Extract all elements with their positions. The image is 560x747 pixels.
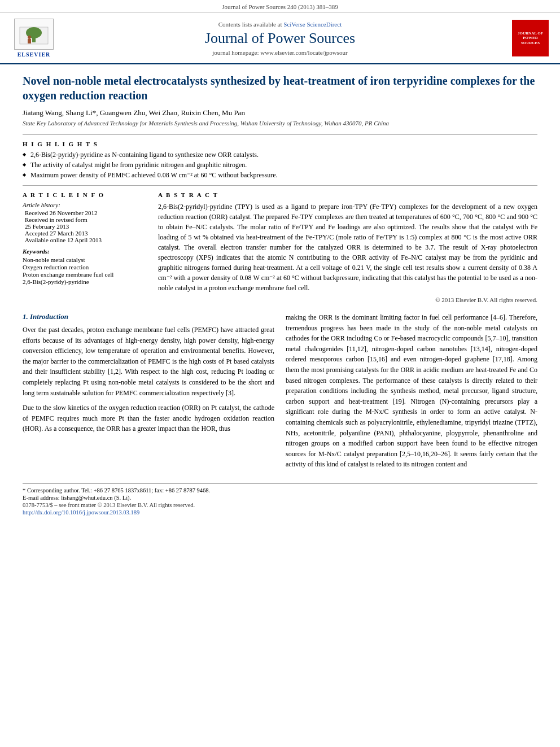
journal-center-header: Contents lists available at SciVerse Sci… (56, 21, 504, 56)
article-title: Novel non-noble metal electrocatalysts s… (23, 73, 537, 103)
body-left-col: 1. Introduction Over the past decades, p… (23, 312, 274, 474)
keyword-1: Non-noble metal catalyst (23, 256, 147, 263)
sciverse-text: Contents lists available at (218, 21, 282, 28)
journal-header: ELSEVIER Contents lists available at Sci… (0, 13, 560, 64)
history-label: Article history: (23, 202, 147, 208)
svg-point-3 (28, 36, 31, 39)
available-value: Available online 12 April 2013 (25, 237, 147, 243)
revised-date: 25 February 2013 (25, 223, 147, 230)
article-info-label: A R T I C L E I N F O (23, 191, 147, 198)
revised-label: Received in revised form (25, 216, 147, 223)
email-address: E-mail address: lishang@whut.edu.cn (S. … (23, 495, 537, 501)
introduction-heading: 1. Introduction (23, 312, 274, 321)
elsevier-logo-box (14, 19, 54, 50)
intro-para-right-1: making the ORR is the dominant limiting … (286, 312, 537, 470)
abstract-col: A B S T R A C T 2,6-Bis(2-pyridyl)-pyrid… (158, 191, 537, 303)
highlight-item-1: 2,6-Bis(2-pyridy)-pyridine as N-containi… (23, 151, 537, 159)
right-logo-text: JOURNAL OF POWER SOURCES (514, 31, 546, 45)
intro-para-1: Over the past decades, proton exchange m… (23, 325, 274, 398)
abstract-label: A B S T R A C T (158, 191, 537, 198)
article-info-table: Article history: Received 26 November 20… (23, 202, 147, 243)
sciverse-line: Contents lists available at SciVerse Sci… (56, 21, 504, 28)
abstract-text: 2,6-Bis(2-pyridyl)-pyridine (TPY) is use… (158, 202, 537, 293)
received-value: Received 26 November 2012 (25, 209, 147, 216)
keyword-2: Oxygen reduction reaction (23, 264, 147, 270)
highlight-item-2: The activity of catalyst might be from p… (23, 161, 537, 169)
authors: Jiatang Wang, Shang Li*, Guangwen Zhu, W… (23, 108, 537, 117)
journal-homepage: journal homepage: www.elsevier.com/locat… (56, 49, 504, 56)
intro-right-text: making the ORR is the dominant limiting … (286, 312, 537, 470)
affiliation: State Key Laboratory of Advanced Technol… (23, 120, 537, 126)
copyright-line: © 2013 Elsevier B.V. All rights reserved… (158, 296, 537, 303)
article-info-abstract: A R T I C L E I N F O Article history: R… (23, 191, 537, 303)
highlights-list: 2,6-Bis(2-pyridy)-pyridine as N-containi… (23, 151, 537, 180)
highlights-label: H I G H L I G H T S (23, 141, 537, 147)
journal-right-logo: JOURNAL OF POWER SOURCES (504, 20, 549, 56)
body-two-col: 1. Introduction Over the past decades, p… (23, 312, 537, 474)
journal-ref-text: Journal of Power Sources 240 (2013) 381–… (222, 3, 338, 10)
sciverse-link[interactable]: SciVerse ScienceDirect (283, 21, 342, 28)
keywords-label: Keywords: (23, 248, 147, 255)
svg-rect-4 (28, 39, 31, 43)
issn-line: 0378-7753/$ – see front matter © 2013 El… (23, 502, 537, 508)
divider-1 (23, 134, 537, 135)
history-group: Article history: Received 26 November 20… (23, 202, 147, 243)
journal-title: Journal of Power Sources (56, 30, 504, 47)
keyword-3: Proton exchange membrane fuel cell (23, 271, 147, 278)
corresponding-author: * Corresponding author. Tel.: +86 27 876… (23, 487, 537, 493)
keywords-list: Non-noble metal catalyst Oxygen reductio… (23, 256, 147, 285)
doi-link[interactable]: http://dx.doi.org/10.1016/j.jpowsour.201… (23, 509, 139, 516)
highlight-item-3: Maximum power density of PEMFC achieved … (23, 171, 537, 180)
body-right-col: making the ORR is the dominant limiting … (286, 312, 537, 474)
divider-2 (23, 185, 537, 186)
homepage-text: journal homepage: www.elsevier.com/locat… (212, 49, 347, 56)
keywords-section: Keywords: Non-noble metal catalyst Oxyge… (23, 248, 147, 285)
footnote-section: * Corresponding author. Tel.: +86 27 876… (23, 483, 537, 516)
right-logo-box: JOURNAL OF POWER SOURCES (512, 20, 549, 56)
main-content: Novel non-noble metal electrocatalysts s… (0, 64, 560, 527)
intro-left-text: Over the past decades, proton exchange m… (23, 325, 274, 434)
elsevier-logo: ELSEVIER (11, 19, 56, 58)
intro-para-2: Due to the slow kinetics of the oxygen r… (23, 403, 274, 434)
article-info-col: A R T I C L E I N F O Article history: R… (23, 191, 147, 303)
accepted-value: Accepted 27 March 2013 (25, 230, 147, 237)
elsevier-text: ELSEVIER (18, 51, 51, 58)
keyword-4: 2,6-Bis(2-pyridy)-pyridine (23, 278, 147, 285)
authors-text: Jiatang Wang, Shang Li*, Guangwen Zhu, W… (23, 108, 245, 117)
introduction-section: 1. Introduction Over the past decades, p… (23, 312, 537, 474)
journal-reference: Journal of Power Sources 240 (2013) 381–… (0, 0, 560, 13)
